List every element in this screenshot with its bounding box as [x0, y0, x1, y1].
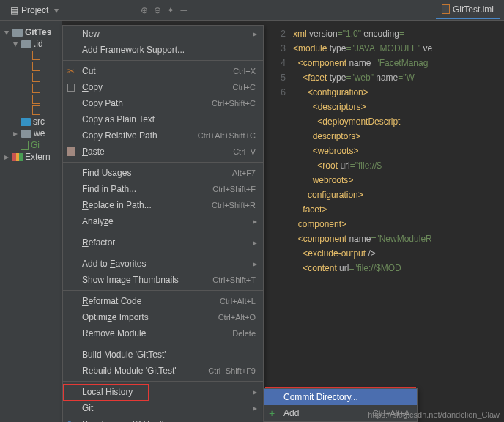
menu-label: Git: [82, 403, 93, 413]
submenu-arrow-icon: ▸: [253, 216, 257, 226]
menu-label: Add: [284, 408, 299, 418]
editor-tab-label: GitTest.iml: [453, 4, 494, 15]
menu-label: Find Usages: [82, 168, 131, 178]
context-menu: New▸Add Framework Support...✂CutCtrl+XCo…: [62, 25, 264, 422]
menu-item-reformat-code[interactable]: Reformat CodeCtrl+Alt+L: [63, 293, 263, 309]
menu-item-build-module-gittest-[interactable]: Build Module 'GitTest': [63, 347, 263, 363]
menu-item-optimize-imports[interactable]: Optimize ImportsCtrl+Alt+O: [63, 309, 263, 325]
menu-item-remove-module[interactable]: Remove ModuleDelete: [63, 325, 263, 341]
menu-item-add-framework-support-[interactable]: Add Framework Support...: [63, 42, 263, 58]
shortcut: Ctrl+C: [233, 83, 256, 92]
expand-icon[interactable]: ▸: [3, 152, 10, 162]
shortcut: Delete: [232, 329, 256, 338]
tree-root[interactable]: GitTes: [25, 27, 51, 37]
menu-item-paste[interactable]: PasteCtrl+V: [63, 144, 263, 160]
submenu-arrow-icon: ▸: [253, 237, 257, 248]
tree-item[interactable]: .id: [34, 39, 43, 49]
expand-icon[interactable]: ▸: [12, 128, 19, 138]
menu-label: Add Framework Support...: [82, 45, 185, 55]
menu-label: Find in Path...: [82, 184, 136, 194]
file-icon: [32, 73, 40, 82]
menu-label: Add to Favorites: [82, 259, 146, 269]
menu-item-copy-relative-path[interactable]: Copy Relative PathCtrl+Alt+Shift+C: [63, 127, 263, 144]
menu-item-copy[interactable]: CopyCtrl+C: [63, 79, 263, 95]
menu-label: Copy Path: [82, 98, 123, 108]
menu-label: Synchronize 'GitTest': [82, 419, 163, 422]
shortcut: Ctrl+Shift+F: [212, 185, 256, 193]
menu-item-cut[interactable]: ✂CutCtrl+X: [63, 63, 263, 79]
tree-item[interactable]: Extern: [25, 152, 51, 162]
project-icon: ▤: [10, 5, 18, 15]
menu-label: Replace in Path...: [82, 200, 152, 210]
file-icon: [32, 84, 40, 93]
menu-label: New: [82, 29, 100, 39]
expand-icon[interactable]: ▾: [3, 27, 10, 37]
menu-item-analyze[interactable]: Analyze▸: [63, 213, 263, 229]
code-editor[interactable]: xml version="1.0" encoding=<module type=…: [287, 21, 504, 422]
menu-label: Cut: [82, 66, 96, 76]
menu-label: Copy as Plain Text: [82, 114, 155, 125]
plus-icon: +: [269, 408, 279, 418]
menu-item-synchronize-gittest-[interactable]: ↻Synchronize 'GitTest': [63, 416, 263, 422]
menu-item-local-history[interactable]: Local History▸: [63, 384, 263, 400]
menu-item-show-image-thumbnails[interactable]: Show Image ThumbnailsCtrl+Shift+T: [63, 272, 263, 288]
menu-item-rebuild-module-gittest-[interactable]: Rebuild Module 'GitTest'Ctrl+Shift+F9: [63, 363, 263, 379]
paste-icon: [67, 147, 75, 156]
folder-icon: [21, 40, 32, 48]
collapse-icon[interactable]: ⊕: [141, 5, 148, 15]
submenu-arrow-icon: ▸: [253, 387, 257, 397]
menu-label: Commit Directory...: [284, 392, 358, 402]
expand-icon[interactable]: ▾: [12, 39, 19, 49]
menu-label: Analyze: [82, 216, 114, 226]
menu-item-copy-path[interactable]: Copy PathCtrl+Shift+C: [63, 95, 263, 111]
file-icon: [21, 141, 29, 150]
tree-item[interactable]: we: [34, 128, 45, 138]
libraries-icon: [12, 153, 23, 161]
line-numbers: 23456: [270, 22, 286, 100]
menu-item-replace-in-path-[interactable]: Replace in Path...Ctrl+Shift+R: [63, 197, 263, 213]
chevron-down-icon[interactable]: ▾: [54, 5, 59, 15]
target-icon[interactable]: ⊖: [154, 5, 161, 15]
titlebar: ▤ Project ▾ ⊕ ⊖ ✦ ─ GitTest.iml: [0, 0, 504, 21]
shortcut: Ctrl+Alt+Shift+C: [198, 131, 256, 140]
menu-item-find-in-path-[interactable]: Find in Path...Ctrl+Shift+F: [63, 181, 263, 197]
submenu-arrow-icon: ▸: [253, 259, 257, 269]
watermark: https://blog.csdn.net/dandelion_Claw: [368, 410, 500, 419]
project-tab-label: Project: [21, 5, 48, 15]
submenu-arrow-icon: ▸: [253, 29, 257, 39]
menu-item-copy-as-plain-text[interactable]: Copy as Plain Text: [63, 111, 263, 127]
submenu-arrow-icon: ▸: [253, 403, 257, 413]
shortcut: Ctrl+Shift+T: [212, 275, 256, 284]
menu-label: Remove Module: [82, 328, 146, 338]
menu-label: Rebuild Module 'GitTest': [82, 366, 177, 376]
menu-item-find-usages[interactable]: Find UsagesAlt+F7: [63, 165, 263, 181]
commit-directory-item[interactable]: Commit Directory...: [264, 389, 417, 405]
gear-icon[interactable]: ✦: [167, 5, 174, 15]
menu-label: Refactor: [82, 237, 115, 248]
shortcut: Ctrl+V: [233, 147, 256, 156]
menu-item-add-to-favorites[interactable]: Add to Favorites▸: [63, 256, 263, 272]
menu-item-new[interactable]: New▸: [63, 26, 263, 42]
file-icon: [32, 62, 40, 71]
shortcut: Ctrl+Shift+F9: [208, 366, 256, 375]
menu-label: Copy Relative Path: [82, 130, 158, 141]
sync-icon: ↻: [67, 419, 78, 422]
tree-item[interactable]: src: [33, 116, 45, 127]
project-tree[interactable]: ▾GitTes ▾.id src ▸we Gi ▸Extern: [0, 21, 62, 422]
copy-icon: [67, 84, 75, 92]
hide-icon[interactable]: ─: [180, 5, 187, 15]
file-icon: [442, 4, 450, 14]
menu-label: Copy: [82, 82, 103, 92]
shortcut: Ctrl+X: [233, 67, 256, 75]
file-icon: [32, 51, 40, 60]
menu-item-refactor[interactable]: Refactor▸: [63, 234, 263, 251]
folder-icon: [21, 130, 32, 138]
menu-label: Reformat Code: [82, 296, 141, 306]
file-icon: [32, 95, 40, 104]
menu-item-git[interactable]: Git▸: [63, 400, 263, 416]
shortcut: Ctrl+Shift+C: [212, 99, 256, 108]
project-toolbar: ⊕ ⊖ ✦ ─: [141, 5, 187, 15]
editor-tab[interactable]: GitTest.iml: [436, 1, 500, 19]
project-tab[interactable]: ▤ Project ▾: [4, 2, 64, 18]
tree-item[interactable]: Gi: [31, 140, 40, 150]
